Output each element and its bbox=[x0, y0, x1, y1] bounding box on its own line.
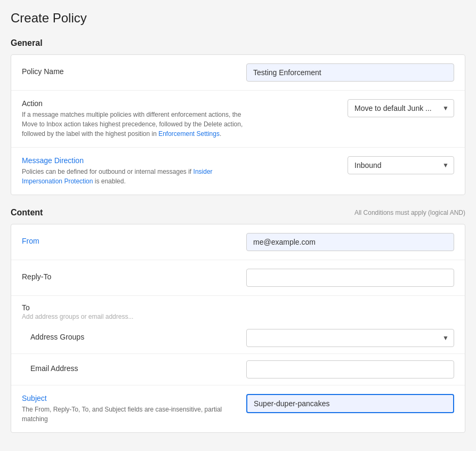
reply-to-control bbox=[246, 269, 454, 287]
action-control: Move to default Junk ... Move to Inbox D… bbox=[246, 99, 454, 117]
page-title: Create Policy bbox=[11, 11, 465, 26]
to-email-address-row: Email Address bbox=[11, 354, 465, 385]
address-groups-select[interactable] bbox=[246, 329, 454, 347]
action-label-text: Action bbox=[22, 99, 246, 108]
action-desc-suffix: . bbox=[220, 130, 221, 138]
address-groups-select-wrapper: ▼ bbox=[246, 329, 454, 347]
reply-to-label: Reply-To bbox=[22, 272, 246, 283]
message-direction-label-text: Message Direction bbox=[22, 156, 246, 165]
message-direction-row: Message Direction Policies can be define… bbox=[11, 148, 465, 195]
content-section-title: Content bbox=[11, 208, 43, 218]
action-select-wrapper: Move to default Junk ... Move to Inbox D… bbox=[348, 99, 454, 117]
subject-label-text: Subject bbox=[22, 394, 246, 402]
policy-name-label-text: Policy Name bbox=[22, 67, 246, 76]
subject-description: The From, Reply-To, To, and Subject fiel… bbox=[22, 405, 246, 424]
to-label-text: To bbox=[22, 303, 454, 312]
action-select[interactable]: Move to default Junk ... Move to Inbox D… bbox=[348, 99, 454, 117]
subject-label: Subject The From, Reply-To, To, and Subj… bbox=[22, 394, 246, 424]
content-section-header: Content All Conditions must apply (logic… bbox=[11, 208, 465, 218]
reply-to-row: Reply-To bbox=[11, 260, 465, 296]
action-description: If a message matches multiple policies w… bbox=[22, 110, 246, 139]
message-direction-control: Inbound Outbound Internal ▼ bbox=[246, 156, 454, 174]
message-direction-select[interactable]: Inbound Outbound Internal bbox=[348, 156, 454, 174]
from-row: From bbox=[11, 224, 465, 260]
to-placeholder-text: Add address groups or email address... bbox=[22, 313, 454, 320]
message-direction-description: Policies can be defined for outbound or … bbox=[22, 167, 246, 186]
address-groups-row: Address Groups ▼ bbox=[11, 323, 465, 354]
subject-control bbox=[246, 394, 454, 413]
enforcement-settings-link[interactable]: Enforcement Settings bbox=[158, 130, 220, 138]
content-card: From Reply-To To Add address groups or e… bbox=[11, 224, 465, 433]
message-direction-desc-text: Policies can be defined for outbound or … bbox=[22, 168, 191, 175]
to-email-address-label: Email Address bbox=[30, 364, 233, 375]
message-direction-desc-suffix2: is enabled. bbox=[95, 178, 126, 185]
reply-to-label-text: Reply-To bbox=[22, 272, 246, 281]
to-email-address-control bbox=[233, 360, 454, 378]
action-row: Action If a message matches multiple pol… bbox=[11, 91, 465, 148]
address-groups-label: Address Groups bbox=[30, 333, 233, 343]
to-email-address-label-text: Email Address bbox=[30, 364, 233, 373]
policy-name-input[interactable] bbox=[246, 63, 454, 82]
address-groups-control: ▼ bbox=[233, 329, 454, 347]
from-label-text: From bbox=[22, 237, 246, 245]
message-direction-label: Message Direction Policies can be define… bbox=[22, 156, 246, 186]
general-card: Policy Name Action If a message matches … bbox=[11, 54, 465, 195]
to-header: To Add address groups or email address..… bbox=[11, 296, 465, 323]
subject-row: Subject The From, Reply-To, To, and Subj… bbox=[11, 385, 465, 432]
to-section: To Add address groups or email address..… bbox=[11, 296, 465, 385]
address-groups-label-text: Address Groups bbox=[30, 333, 233, 341]
reply-to-input[interactable] bbox=[246, 269, 454, 287]
subject-input[interactable] bbox=[246, 394, 454, 413]
from-control bbox=[246, 233, 454, 251]
policy-name-label: Policy Name bbox=[22, 67, 246, 78]
action-label: Action If a message matches multiple pol… bbox=[22, 99, 246, 139]
to-email-address-input[interactable] bbox=[246, 360, 454, 378]
policy-name-row: Policy Name bbox=[11, 55, 465, 91]
policy-name-control bbox=[246, 63, 454, 82]
from-label: From bbox=[22, 237, 246, 247]
from-input[interactable] bbox=[246, 233, 454, 251]
message-direction-select-wrapper: Inbound Outbound Internal ▼ bbox=[348, 156, 454, 174]
conditions-note: All Conditions must apply (logical AND) bbox=[354, 209, 465, 216]
general-section-title: General bbox=[11, 38, 465, 48]
